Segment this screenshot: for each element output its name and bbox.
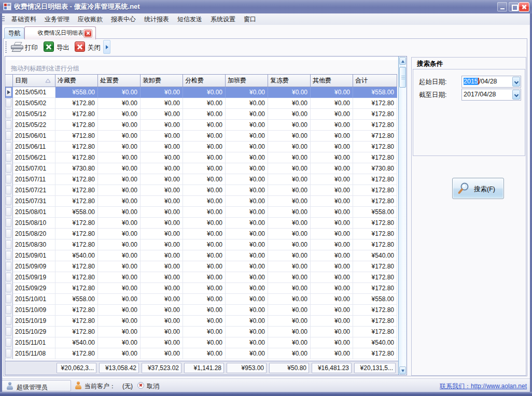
row-indicator[interactable] [5,283,13,294]
cell-value[interactable]: ¥0.00 [311,142,353,152]
row-indicator[interactable] [5,196,13,207]
cell-value[interactable]: ¥0.00 [311,294,353,305]
cell-value[interactable]: ¥0.00 [311,131,353,142]
cell-value[interactable]: ¥172.80 [55,272,98,283]
cell-value[interactable]: ¥0.00 [183,98,226,109]
cell-value[interactable]: ¥730.80 [55,163,98,174]
grid-row-17[interactable]: 2015/09/09¥172.80¥0.00¥0.00¥0.00¥0.00¥0.… [5,261,397,272]
cell-value[interactable]: ¥0.00 [141,120,183,131]
cell-value[interactable]: ¥0.00 [141,152,183,163]
export-button[interactable]: 导出 [57,44,69,52]
column-header-4[interactable]: 装卸费 [141,75,183,87]
cell-date[interactable]: 2015/06/11 [13,142,55,152]
cell-value[interactable]: ¥558.00 [353,87,397,98]
row-indicator[interactable] [5,327,13,337]
cell-value[interactable]: ¥0.00 [311,218,353,229]
cell-value[interactable]: ¥0.00 [311,163,353,174]
cell-value[interactable]: ¥0.00 [183,218,226,229]
cell-date[interactable]: 2015/08/30 [13,239,55,250]
cell-value[interactable]: ¥172.80 [353,283,397,294]
cell-value[interactable]: ¥0.00 [141,142,183,152]
cell-value[interactable]: ¥172.80 [55,98,98,109]
grid-row-16[interactable]: 2015/09/01¥540.00¥0.00¥0.00¥0.00¥0.00¥0.… [5,250,397,261]
cell-value[interactable]: ¥0.00 [268,218,311,229]
cell-value[interactable]: ¥0.00 [226,294,268,305]
cell-value[interactable]: ¥0.00 [268,98,311,109]
cell-value[interactable]: ¥172.80 [55,261,98,272]
cell-value[interactable]: ¥0.00 [183,294,226,305]
cell-value[interactable]: ¥0.00 [98,196,141,207]
row-indicator[interactable] [5,305,13,316]
cell-date[interactable]: 2015/08/20 [13,229,55,239]
cell-value[interactable]: ¥0.00 [98,316,141,327]
row-indicator[interactable] [5,174,13,185]
cell-value[interactable]: ¥0.00 [311,250,353,261]
cell-value[interactable]: ¥0.00 [268,316,311,327]
cell-value[interactable]: ¥172.80 [55,185,98,196]
cell-date[interactable]: 2015/07/01 [13,163,55,174]
cell-value[interactable]: ¥0.00 [268,163,311,174]
cell-value[interactable]: ¥0.00 [226,283,268,294]
cell-value[interactable]: ¥0.00 [268,348,311,359]
cell-date[interactable]: 2015/07/31 [13,196,55,207]
cell-value[interactable]: ¥0.00 [226,152,268,163]
cell-value[interactable]: ¥0.00 [98,163,141,174]
cell-value[interactable]: ¥0.00 [183,327,226,337]
row-indicator[interactable] [5,163,13,174]
cell-value[interactable]: ¥172.80 [55,174,98,185]
cell-value[interactable]: ¥172.80 [55,348,98,359]
cell-value[interactable]: ¥0.00 [141,229,183,239]
cell-value[interactable]: ¥172.80 [353,316,397,327]
cell-value[interactable]: ¥558.00 [55,294,98,305]
cell-value[interactable]: ¥0.00 [311,229,353,239]
cell-value[interactable]: ¥540.00 [353,250,397,261]
cell-value[interactable]: ¥0.00 [268,174,311,185]
cell-value[interactable]: ¥0.00 [141,337,183,348]
cell-value[interactable]: ¥0.00 [183,207,226,218]
cell-value[interactable]: ¥0.00 [98,272,141,283]
column-header-8[interactable]: 其他费 [311,75,353,87]
grid-row-11[interactable]: 2015/07/31¥172.80¥0.00¥0.00¥0.00¥0.00¥0.… [5,196,397,207]
cell-value[interactable]: ¥0.00 [226,131,268,142]
cell-value[interactable]: ¥172.80 [55,283,98,294]
cell-value[interactable]: ¥0.00 [98,218,141,229]
row-indicator[interactable] [5,131,13,142]
cell-value[interactable]: ¥0.00 [311,152,353,163]
cell-date[interactable]: 2015/11/01 [13,337,55,348]
cell-value[interactable]: ¥0.00 [268,239,311,250]
row-indicator[interactable] [5,120,13,131]
cell-value[interactable]: ¥0.00 [98,239,141,250]
cell-value[interactable]: ¥558.00 [353,207,397,218]
close-report-icon[interactable] [75,41,85,52]
cell-value[interactable]: ¥0.00 [311,109,353,120]
grid-row-3[interactable]: 2015/05/12¥172.80¥0.00¥0.00¥0.00¥0.00¥0.… [5,109,397,120]
column-header-7[interactable]: 复冻费 [268,75,311,87]
cell-value[interactable]: ¥0.00 [311,120,353,131]
cell-value[interactable]: ¥0.00 [311,283,353,294]
menu-item-6[interactable]: 短信发送 [173,13,206,25]
cell-value[interactable]: ¥0.00 [226,196,268,207]
start-date-field[interactable]: 2015/04/28 [461,76,521,88]
cell-value[interactable]: ¥0.00 [311,185,353,196]
grid-row-22[interactable]: 2015/10/19¥172.80¥0.00¥0.00¥0.00¥0.00¥0.… [5,316,397,327]
cell-value[interactable]: ¥0.00 [268,87,311,98]
tab-navigation[interactable]: 导航 [4,27,24,39]
cell-value[interactable]: ¥0.00 [183,152,226,163]
cell-value[interactable]: ¥540.00 [353,337,397,348]
cell-value[interactable]: ¥0.00 [226,163,268,174]
cancel-icon[interactable] [137,382,144,389]
close-report-button[interactable]: 关闭 [88,44,101,52]
cell-value[interactable]: ¥172.80 [353,152,397,163]
cell-value[interactable]: ¥172.80 [353,109,397,120]
cell-value[interactable]: ¥0.00 [268,196,311,207]
row-indicator[interactable] [5,337,13,348]
cell-value[interactable]: ¥0.00 [98,109,141,120]
cell-value[interactable]: ¥0.00 [268,207,311,218]
toolbar-grip[interactable] [5,41,7,53]
cell-date[interactable]: 2015/08/01 [13,207,55,218]
cell-value[interactable]: ¥172.80 [353,327,397,337]
cell-value[interactable]: ¥0.00 [183,272,226,283]
grid-row-7[interactable]: 2015/06/21¥172.80¥0.00¥0.00¥0.00¥0.00¥0.… [5,152,397,163]
row-indicator[interactable] [5,87,13,98]
row-indicator[interactable] [5,250,13,261]
